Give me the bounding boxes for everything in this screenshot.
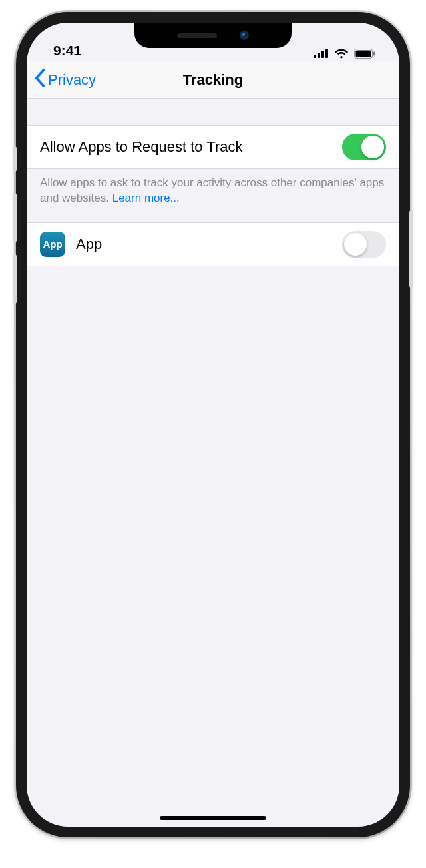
battery-icon <box>354 49 375 59</box>
footer-description: Allow apps to ask to track your activity… <box>40 176 384 204</box>
content: Allow Apps to Request to Track Allow app… <box>27 99 399 266</box>
app-icon: App <box>40 232 65 257</box>
allow-tracking-row: Allow Apps to Request to Track <box>27 125 399 169</box>
volume-down-button <box>13 254 17 304</box>
app-tracking-row: App App <box>27 222 399 266</box>
volume-up-button <box>13 193 17 242</box>
svg-rect-3 <box>325 49 328 58</box>
mute-switch <box>13 146 17 172</box>
navigation-bar: Privacy Tracking <box>27 61 399 99</box>
learn-more-link[interactable]: Learn more... <box>112 192 180 204</box>
side-button <box>409 210 413 288</box>
allow-tracking-toggle[interactable] <box>342 134 386 160</box>
allow-tracking-footer: Allow apps to ask to track your activity… <box>27 169 399 222</box>
app-tracking-toggle[interactable] <box>342 231 386 258</box>
chevron-left-icon <box>35 69 45 91</box>
cellular-icon <box>314 49 329 58</box>
earpiece-speaker <box>177 33 217 38</box>
screen: 9:41 Privacy Tracking <box>27 23 399 827</box>
home-indicator[interactable] <box>160 816 266 820</box>
app-name-label: App <box>76 236 102 253</box>
svg-rect-0 <box>314 55 316 58</box>
svg-rect-2 <box>321 51 324 58</box>
svg-rect-1 <box>318 53 320 58</box>
front-camera <box>240 31 249 40</box>
back-button[interactable]: Privacy <box>35 69 96 91</box>
wifi-icon <box>334 48 349 59</box>
notch <box>134 23 292 48</box>
phone-frame: 9:41 Privacy Tracking <box>16 12 410 837</box>
allow-tracking-label: Allow Apps to Request to Track <box>40 138 243 156</box>
svg-rect-6 <box>373 51 375 55</box>
back-label: Privacy <box>48 71 96 89</box>
status-time: 9:41 <box>53 43 81 59</box>
svg-rect-5 <box>356 50 371 57</box>
